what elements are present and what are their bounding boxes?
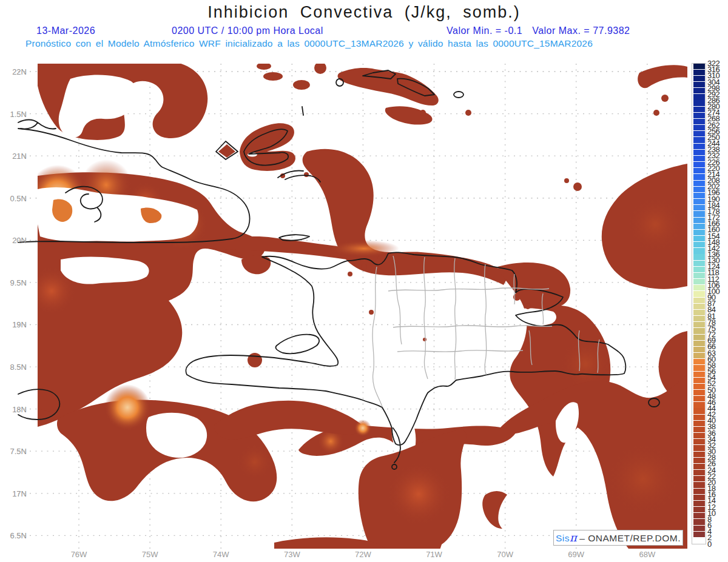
- colorbar-box: [693, 254, 705, 259]
- colorbar-box: [693, 372, 705, 377]
- field-blob: [638, 65, 687, 88]
- colorbar-box: [693, 427, 705, 432]
- field-blob: [369, 310, 374, 315]
- colorbar-box: [693, 365, 705, 370]
- field-highlight: [627, 196, 683, 252]
- field-blob: [420, 110, 426, 116]
- islet-coastline: [302, 107, 303, 115]
- colorbar-box: [693, 532, 705, 537]
- field-blob: [564, 178, 569, 183]
- colorbar-box: [693, 415, 705, 420]
- field-blob: [248, 353, 262, 367]
- lat-tick-label: 19N: [1, 321, 27, 329]
- field-blob: [348, 272, 352, 276]
- field-highlight: [329, 240, 399, 257]
- field-highlight: [607, 443, 679, 515]
- lon-tick-label: 74W: [207, 550, 234, 558]
- colorbar-box: [693, 248, 705, 253]
- colorbar-box: [693, 384, 705, 389]
- colorbar-box: [693, 470, 705, 475]
- lon-tick-label: 73W: [278, 550, 305, 558]
- colorbar-box: [693, 421, 705, 426]
- colorbar-box: [693, 187, 705, 192]
- field-blob: [263, 72, 283, 81]
- field-highlight: [354, 420, 371, 437]
- colorbar-box: [693, 144, 705, 149]
- gonave-coastline: [275, 335, 319, 354]
- field-hole: [511, 308, 556, 326]
- colorbar-box: [693, 501, 705, 506]
- field-blob: [525, 303, 531, 309]
- colorbar-box: [693, 464, 705, 469]
- field-blob: [391, 107, 397, 113]
- field-blob: [241, 255, 271, 274]
- map-canvas: [0, 0, 728, 562]
- colorbar-box: [693, 519, 705, 524]
- field-blob: [653, 110, 659, 116]
- cin-field: [27, 61, 687, 552]
- colorbar-box: [693, 482, 705, 487]
- colorbar-box: [693, 199, 705, 204]
- lon-tick-label: 68W: [634, 550, 661, 558]
- lat-tick-label: 17N: [1, 490, 27, 498]
- branding-dash: –: [579, 533, 588, 543]
- field-blob: [661, 95, 669, 102]
- lat-tick-label: 0.5N: [1, 195, 27, 202]
- colorbar-box: [693, 476, 705, 481]
- colorbar-box: [693, 181, 705, 186]
- colorbar-box: [693, 402, 705, 407]
- field-highlight: [387, 463, 450, 526]
- colorbar-box: [693, 347, 705, 352]
- colorbar-box: [693, 439, 705, 444]
- branding-org: ONAMET/REP.DOM.: [588, 533, 681, 543]
- colorbar-box: [693, 378, 705, 383]
- colorbar-box: [693, 211, 705, 216]
- field-hole: [61, 257, 149, 284]
- lat-tick-label: 9.5N: [1, 279, 27, 287]
- colorbar-box: [693, 285, 705, 290]
- islet-coastline: [454, 92, 463, 98]
- sispi-branding-box: Sisπ – ONAMET/REP.DOM.: [553, 530, 683, 546]
- colorbar-box: [693, 328, 705, 333]
- sispi-name: Sis: [556, 533, 570, 543]
- lon-tick-label: 69W: [563, 550, 590, 558]
- colorbar-box: [693, 70, 705, 75]
- field-blob: [293, 80, 310, 90]
- colorbar-box: [693, 433, 705, 438]
- field-blob: [257, 62, 271, 70]
- field-blob: [338, 68, 439, 105]
- lon-tick-label: 71W: [421, 550, 448, 558]
- colorbar-box: [693, 218, 705, 223]
- field-highlight: [104, 384, 150, 430]
- colorbar-box: [693, 242, 705, 247]
- colorbar-box: [693, 88, 705, 93]
- colorbar-box: [693, 513, 705, 518]
- colorbar-box: [693, 273, 705, 278]
- field-blob: [304, 172, 309, 177]
- colorbar-box: [693, 113, 705, 118]
- colorbar-box: [693, 526, 705, 531]
- colorbar-box: [693, 291, 705, 296]
- field-blob: [314, 62, 326, 74]
- field-blob: [361, 264, 367, 270]
- colorbar-box: [693, 162, 705, 167]
- lat-tick-label: 1.5N: [1, 110, 27, 118]
- islet-coastline: [336, 79, 343, 86]
- colorbar-box: [693, 298, 705, 303]
- colorbar-box: [693, 322, 705, 327]
- field-hole: [248, 153, 257, 157]
- colorbar-box: [693, 335, 705, 340]
- colorbar-box: [693, 205, 705, 210]
- lat-tick-label: 20N: [1, 236, 27, 244]
- lat-tick-label: 6.5N: [1, 532, 27, 540]
- colorbar-box: [693, 107, 705, 112]
- pi-icon: π: [570, 531, 577, 544]
- colorbar-box: [693, 119, 705, 124]
- colorbar-box: [693, 236, 705, 241]
- colorbar-box: [693, 168, 705, 173]
- lat-tick-label: 8.5N: [1, 363, 27, 371]
- lon-tick-label: 72W: [349, 550, 376, 558]
- field-highlight: [237, 444, 273, 480]
- field-blob: [482, 491, 507, 529]
- colorbar-box: [693, 495, 705, 500]
